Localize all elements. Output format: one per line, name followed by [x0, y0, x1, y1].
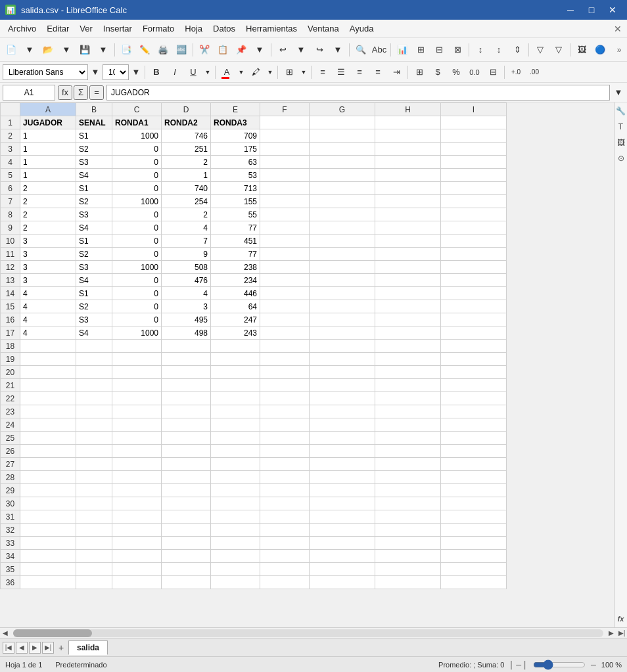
empty-cell[interactable] [375, 340, 441, 353]
col-header-I[interactable]: I [441, 103, 507, 116]
cell-reference-input[interactable] [3, 85, 55, 101]
empty-cell[interactable] [260, 418, 310, 432]
empty-cell[interactable] [441, 524, 507, 537]
empty-cell[interactable] [112, 458, 162, 471]
empty-cell[interactable] [112, 550, 162, 563]
empty-cell[interactable] [260, 432, 310, 445]
empty-cell[interactable] [20, 445, 76, 458]
empty-cell[interactable] [20, 550, 76, 563]
highlight-button[interactable]: 🖍 [247, 64, 264, 81]
decimal-button[interactable]: 0.0 [466, 64, 483, 81]
cell-H5[interactable] [375, 169, 441, 182]
empty-cell[interactable] [20, 576, 76, 589]
sort-za-button[interactable]: ↕ [490, 41, 507, 58]
cell-G11[interactable] [310, 248, 375, 261]
formula-expand-button[interactable]: ▼ [613, 84, 624, 101]
cell-H2[interactable] [375, 129, 441, 143]
open-dropdown[interactable]: ▼ [58, 41, 75, 58]
cell-C15[interactable]: 0 [112, 300, 162, 313]
cell-C3[interactable]: 0 [112, 143, 162, 156]
sidebar-gallery-icon[interactable]: 🖼 [615, 137, 627, 148]
font-name-dropdown[interactable]: ▼ [89, 64, 101, 81]
empty-cell[interactable] [20, 497, 76, 510]
empty-cell[interactable] [20, 537, 76, 550]
cell-H3[interactable] [375, 143, 441, 156]
empty-cell[interactable] [211, 418, 260, 432]
empty-cell[interactable] [76, 537, 112, 550]
empty-cell[interactable] [441, 353, 507, 366]
empty-cell[interactable] [76, 458, 112, 471]
empty-cell[interactable] [76, 576, 112, 589]
undo-button[interactable]: ↩ [274, 41, 291, 58]
empty-cell[interactable] [20, 471, 76, 484]
col-header-F[interactable]: F [260, 103, 310, 116]
undo-dropdown[interactable]: ▼ [292, 41, 310, 58]
empty-cell[interactable] [112, 432, 162, 445]
empty-cell[interactable] [211, 524, 260, 537]
cell-E13[interactable]: 234 [211, 274, 260, 287]
empty-cell[interactable] [310, 366, 375, 379]
empty-cell[interactable] [211, 497, 260, 510]
cell-B6[interactable]: S1 [76, 182, 112, 195]
cell-I11[interactable] [441, 248, 507, 261]
empty-cell[interactable] [211, 484, 260, 497]
menu-editar[interactable]: Editar [41, 21, 74, 36]
cell-F6[interactable] [260, 182, 310, 195]
empty-cell[interactable] [260, 524, 310, 537]
filter-button[interactable]: ▽ [532, 41, 549, 58]
empty-cell[interactable] [310, 445, 375, 458]
align-left-button[interactable]: ≡ [314, 64, 331, 81]
empty-cell[interactable] [375, 524, 441, 537]
empty-cell[interactable] [76, 497, 112, 510]
empty-cell[interactable] [441, 418, 507, 432]
cell-G9[interactable] [310, 221, 375, 235]
cell-A8[interactable]: 2 [20, 208, 76, 221]
menu-datos[interactable]: Datos [208, 21, 241, 36]
cell-F12[interactable] [260, 261, 310, 274]
empty-cell[interactable] [162, 471, 211, 484]
empty-cell[interactable] [211, 366, 260, 379]
fontcolor-button[interactable]: A [218, 64, 235, 81]
empty-cell[interactable] [162, 432, 211, 445]
empty-cell[interactable] [112, 537, 162, 550]
empty-cell[interactable] [260, 550, 310, 563]
empty-cell[interactable] [162, 537, 211, 550]
empty-cell[interactable] [260, 353, 310, 366]
empty-cell[interactable] [112, 484, 162, 497]
empty-cell[interactable] [162, 510, 211, 524]
empty-cell[interactable] [162, 484, 211, 497]
cell-F17[interactable] [260, 326, 310, 340]
redo-dropdown[interactable]: ▼ [329, 41, 346, 58]
empty-cell[interactable] [20, 524, 76, 537]
empty-cell[interactable] [112, 405, 162, 418]
col-header-B[interactable]: B [76, 103, 112, 116]
cell-E3[interactable]: 175 [211, 143, 260, 156]
empty-cell[interactable] [441, 484, 507, 497]
col-header-D[interactable]: D [162, 103, 211, 116]
empty-cell[interactable] [162, 550, 211, 563]
empty-cell[interactable] [375, 471, 441, 484]
cell-I3[interactable] [441, 143, 507, 156]
cell-C16[interactable]: 0 [112, 313, 162, 326]
cell-I6[interactable] [441, 182, 507, 195]
empty-cell[interactable] [162, 563, 211, 576]
font-size-select[interactable]: 10 [103, 64, 129, 80]
cell-H13[interactable] [375, 274, 441, 287]
cell-C4[interactable]: 0 [112, 156, 162, 169]
cell-C9[interactable]: 0 [112, 221, 162, 235]
empty-cell[interactable] [20, 458, 76, 471]
empty-cell[interactable] [211, 510, 260, 524]
empty-cell[interactable] [310, 576, 375, 589]
empty-cell[interactable] [76, 340, 112, 353]
empty-cell[interactable] [162, 458, 211, 471]
cell-H8[interactable] [375, 208, 441, 221]
empty-cell[interactable] [441, 379, 507, 392]
cell-G2[interactable] [310, 129, 375, 143]
highlight-dropdown[interactable]: ▼ [266, 64, 275, 81]
cell-G12[interactable] [310, 261, 375, 274]
empty-cell[interactable] [112, 576, 162, 589]
cell-E11[interactable]: 77 [211, 248, 260, 261]
border-button[interactable]: ⊞ [281, 64, 298, 81]
menu-formato[interactable]: Formato [137, 21, 179, 36]
empty-cell[interactable] [375, 458, 441, 471]
